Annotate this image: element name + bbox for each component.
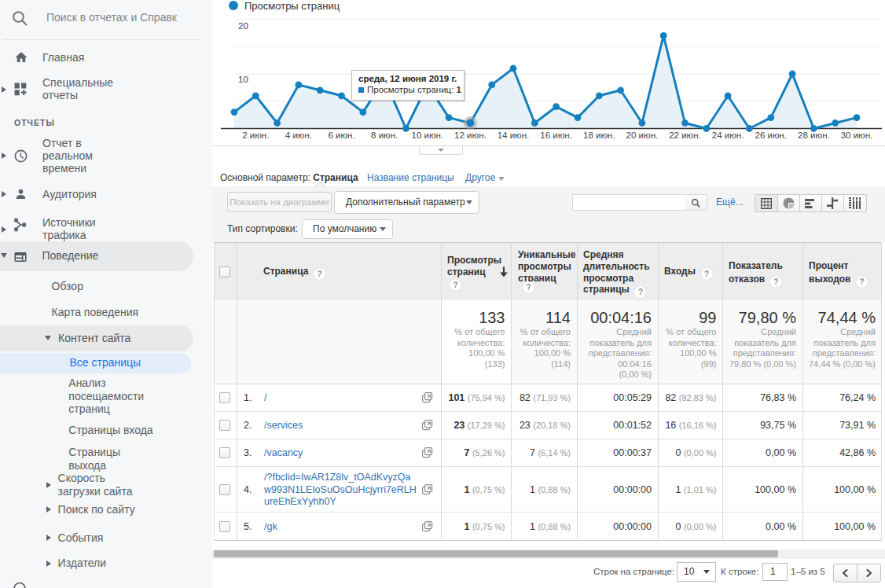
svg-text:10 июн.: 10 июн. <box>412 130 444 140</box>
svg-text:24 июн.: 24 июн. <box>712 130 744 140</box>
svg-text:22 июн.: 22 июн. <box>669 130 701 140</box>
svg-text:26 июн.: 26 июн. <box>755 130 788 140</box>
svg-text:20: 20 <box>238 21 248 31</box>
svg-text:6 июн.: 6 июн. <box>328 130 354 140</box>
svg-text:12 июн.: 12 июн. <box>454 130 487 140</box>
svg-text:10: 10 <box>238 75 248 84</box>
svg-text:20 июн.: 20 июн. <box>626 130 659 140</box>
svg-text:30 июн.: 30 июн. <box>841 130 873 140</box>
svg-text:14 июн.: 14 июн. <box>498 130 530 140</box>
svg-text:18 июн.: 18 июн. <box>583 130 615 140</box>
svg-text:16 июн.: 16 июн. <box>540 130 572 140</box>
svg-text:4 июн.: 4 июн. <box>285 130 312 140</box>
svg-text:8 июн.: 8 июн. <box>371 130 398 140</box>
svg-text:28 июн.: 28 июн. <box>798 130 830 140</box>
svg-text:2 июн.: 2 июн. <box>242 130 269 140</box>
